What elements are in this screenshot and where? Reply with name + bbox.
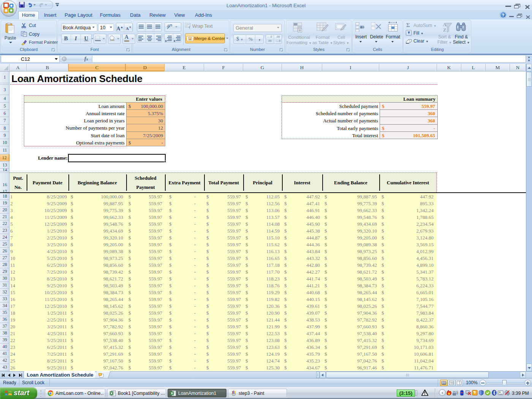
svg-text:a: a [189, 37, 191, 41]
